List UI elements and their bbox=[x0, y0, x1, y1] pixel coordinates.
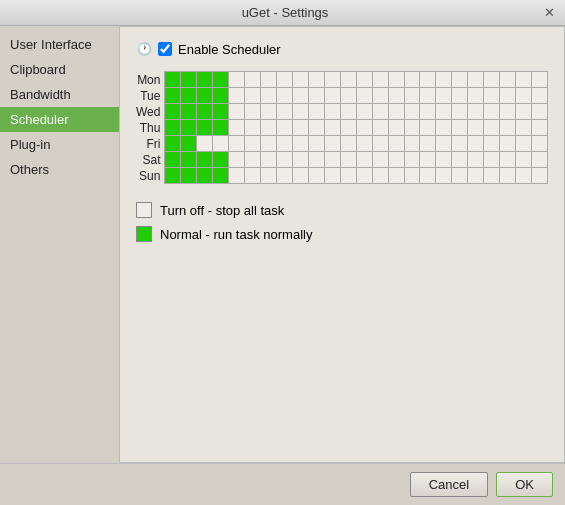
grid-cell[interactable] bbox=[516, 72, 532, 88]
grid-cell[interactable] bbox=[404, 88, 420, 104]
grid-cell[interactable] bbox=[484, 168, 500, 184]
grid-cell[interactable] bbox=[516, 88, 532, 104]
grid-cell[interactable] bbox=[468, 136, 484, 152]
grid-cell[interactable] bbox=[292, 168, 308, 184]
grid-cell[interactable] bbox=[436, 168, 452, 184]
sidebar-item-user-interface[interactable]: User Interface bbox=[0, 32, 119, 57]
close-button[interactable]: ✕ bbox=[542, 5, 557, 20]
grid-cell[interactable] bbox=[484, 72, 500, 88]
grid-cell[interactable] bbox=[308, 104, 324, 120]
grid-cell[interactable] bbox=[261, 104, 277, 120]
sidebar-item-clipboard[interactable]: Clipboard bbox=[0, 57, 119, 82]
grid-cell[interactable] bbox=[213, 136, 229, 152]
grid-cell[interactable] bbox=[197, 104, 213, 120]
grid-cell[interactable] bbox=[500, 152, 516, 168]
grid-cell[interactable] bbox=[181, 88, 197, 104]
grid-cell[interactable] bbox=[165, 88, 181, 104]
grid-cell[interactable] bbox=[308, 72, 324, 88]
grid-cell[interactable] bbox=[500, 168, 516, 184]
grid-cell[interactable] bbox=[245, 88, 261, 104]
sidebar-item-others[interactable]: Others bbox=[0, 157, 119, 182]
grid-cell[interactable] bbox=[229, 136, 245, 152]
grid-cell[interactable] bbox=[292, 72, 308, 88]
grid-cell[interactable] bbox=[277, 152, 293, 168]
grid-cell[interactable] bbox=[292, 136, 308, 152]
grid-cell[interactable] bbox=[308, 120, 324, 136]
grid-cell[interactable] bbox=[181, 136, 197, 152]
grid-cell[interactable] bbox=[213, 152, 229, 168]
grid-cell[interactable] bbox=[516, 136, 532, 152]
sidebar-item-plug-in[interactable]: Plug-in bbox=[0, 132, 119, 157]
grid-cell[interactable] bbox=[436, 136, 452, 152]
grid-cell[interactable] bbox=[308, 136, 324, 152]
grid-cell[interactable] bbox=[165, 168, 181, 184]
grid-cell[interactable] bbox=[372, 88, 388, 104]
grid-cell[interactable] bbox=[324, 120, 340, 136]
grid-cell[interactable] bbox=[340, 88, 356, 104]
grid-cell[interactable] bbox=[261, 136, 277, 152]
grid-cell[interactable] bbox=[484, 152, 500, 168]
grid-cell[interactable] bbox=[484, 88, 500, 104]
grid-cell[interactable] bbox=[532, 104, 548, 120]
grid-cell[interactable] bbox=[308, 88, 324, 104]
grid-cell[interactable] bbox=[500, 104, 516, 120]
grid-cell[interactable] bbox=[516, 120, 532, 136]
grid-cell[interactable] bbox=[229, 104, 245, 120]
grid-cell[interactable] bbox=[292, 152, 308, 168]
grid-cell[interactable] bbox=[404, 104, 420, 120]
grid-cell[interactable] bbox=[500, 88, 516, 104]
grid-cell[interactable] bbox=[245, 136, 261, 152]
grid-cell[interactable] bbox=[532, 72, 548, 88]
grid-cell[interactable] bbox=[388, 168, 404, 184]
grid-cell[interactable] bbox=[516, 104, 532, 120]
grid-cell[interactable] bbox=[245, 152, 261, 168]
grid-cell[interactable] bbox=[340, 72, 356, 88]
grid-cell[interactable] bbox=[388, 120, 404, 136]
grid-cell[interactable] bbox=[452, 168, 468, 184]
grid-cell[interactable] bbox=[277, 104, 293, 120]
grid-cell[interactable] bbox=[372, 136, 388, 152]
grid-cell[interactable] bbox=[436, 104, 452, 120]
grid-cell[interactable] bbox=[324, 104, 340, 120]
grid-cell[interactable] bbox=[452, 152, 468, 168]
grid-cell[interactable] bbox=[292, 104, 308, 120]
grid-cell[interactable] bbox=[165, 120, 181, 136]
enable-scheduler-checkbox[interactable] bbox=[158, 42, 172, 56]
grid-cell[interactable] bbox=[452, 120, 468, 136]
grid-cell[interactable] bbox=[181, 72, 197, 88]
grid-cell[interactable] bbox=[484, 136, 500, 152]
grid-cell[interactable] bbox=[324, 88, 340, 104]
grid-cell[interactable] bbox=[261, 72, 277, 88]
grid-cell[interactable] bbox=[277, 88, 293, 104]
grid-cell[interactable] bbox=[436, 72, 452, 88]
ok-button[interactable]: OK bbox=[496, 472, 553, 497]
grid-cell[interactable] bbox=[324, 72, 340, 88]
grid-cell[interactable] bbox=[213, 168, 229, 184]
grid-cell[interactable] bbox=[356, 104, 372, 120]
grid-cell[interactable] bbox=[356, 88, 372, 104]
grid-cell[interactable] bbox=[229, 152, 245, 168]
grid-cell[interactable] bbox=[404, 120, 420, 136]
grid-cell[interactable] bbox=[372, 104, 388, 120]
grid-cell[interactable] bbox=[372, 168, 388, 184]
grid-cell[interactable] bbox=[165, 104, 181, 120]
grid-cell[interactable] bbox=[388, 88, 404, 104]
grid-cell[interactable] bbox=[420, 136, 436, 152]
grid-cell[interactable] bbox=[245, 120, 261, 136]
grid-cell[interactable] bbox=[516, 168, 532, 184]
grid-cell[interactable] bbox=[197, 168, 213, 184]
grid-cell[interactable] bbox=[532, 120, 548, 136]
grid-cell[interactable] bbox=[404, 152, 420, 168]
grid-cell[interactable] bbox=[261, 152, 277, 168]
sidebar-item-scheduler[interactable]: Scheduler bbox=[0, 107, 119, 132]
grid-cell[interactable] bbox=[516, 152, 532, 168]
grid-cell[interactable] bbox=[229, 72, 245, 88]
grid-cell[interactable] bbox=[277, 136, 293, 152]
grid-cell[interactable] bbox=[452, 136, 468, 152]
grid-cell[interactable] bbox=[340, 152, 356, 168]
grid-cell[interactable] bbox=[229, 120, 245, 136]
grid-cell[interactable] bbox=[468, 72, 484, 88]
grid-cell[interactable] bbox=[197, 120, 213, 136]
grid-cell[interactable] bbox=[165, 152, 181, 168]
grid-cell[interactable] bbox=[261, 88, 277, 104]
